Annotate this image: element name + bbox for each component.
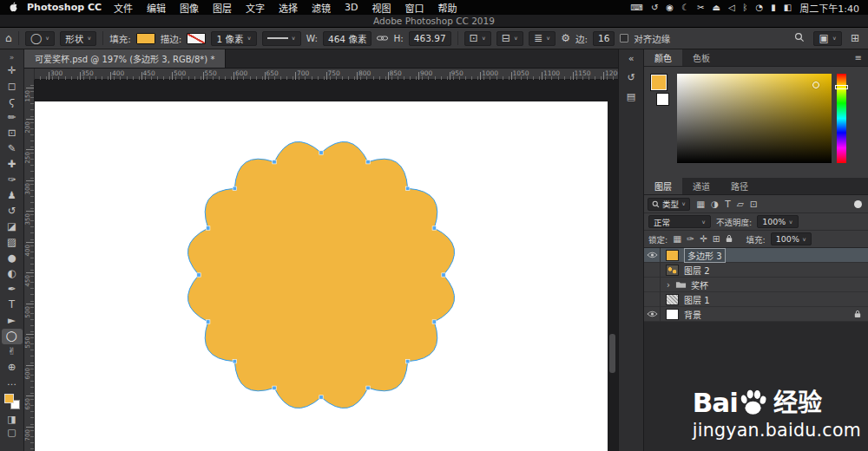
eject-icon[interactable]: ⏏	[712, 3, 720, 12]
anchor-point[interactable]	[442, 273, 445, 277]
eraser-tool[interactable]: ◪	[2, 219, 23, 235]
blur-tool[interactable]: ●	[2, 251, 23, 266]
tab-layers[interactable]: 图层	[644, 178, 682, 194]
tab-channels[interactable]: 通道	[682, 178, 720, 194]
tab-swatches[interactable]: 色板	[682, 49, 720, 66]
path-selection-tool[interactable]: ►	[2, 313, 23, 329]
layer-name[interactable]: 图层 2	[684, 264, 710, 277]
anchor-point[interactable]	[366, 160, 370, 164]
clone-stamp-tool[interactable]: ♟	[2, 188, 23, 204]
eyedropper-tool[interactable]: ✎	[2, 141, 23, 157]
fill-input[interactable]: 100% ∨	[771, 232, 812, 245]
panel-menu-icon[interactable]: ≡	[855, 53, 862, 62]
filter-type-layers-icon[interactable]: T	[725, 199, 730, 209]
keyboard-icon[interactable]: ⌨	[631, 3, 643, 12]
visibility-toggle[interactable]	[644, 278, 661, 292]
brush-tool[interactable]: ✑	[2, 173, 23, 188]
gradient-tool[interactable]: ▨	[2, 235, 23, 251]
sync-icon[interactable]: ↺	[651, 3, 658, 12]
wifi-icon[interactable]: ◔	[756, 3, 764, 12]
extras-icon[interactable]: ⊞	[851, 33, 859, 43]
shape-tool[interactable]: ◯	[2, 329, 23, 344]
lasso-tool[interactable]: ϛ	[2, 95, 23, 110]
move-tool[interactable]: ✛	[2, 63, 23, 79]
filter-shape-layers-icon[interactable]: ▱	[737, 199, 744, 209]
anchor-point[interactable]	[319, 151, 323, 154]
layer-row-group-trophy[interactable]: › 奖杯	[644, 278, 868, 292]
edit-toolbar-icon[interactable]: …	[7, 376, 16, 389]
hue-slider[interactable]	[837, 74, 846, 163]
saturation-brightness-field[interactable]	[677, 74, 832, 163]
anchor-point[interactable]	[366, 386, 370, 389]
foreground-color-swatch[interactable]	[651, 75, 667, 90]
shape-height-input[interactable]: 463.97	[409, 31, 451, 46]
home-icon[interactable]: ⌂	[5, 33, 12, 43]
menu-视图[interactable]: 视图	[365, 1, 398, 15]
visibility-toggle[interactable]	[644, 307, 661, 322]
menu-文件[interactable]: 文件	[107, 1, 140, 15]
sides-input[interactable]: 16	[593, 31, 615, 46]
anchor-point[interactable]	[233, 186, 236, 190]
anchor-point[interactable]	[273, 160, 276, 164]
battery-icon[interactable]: ▮	[771, 3, 776, 12]
history-brush-tool[interactable]: ↺	[2, 204, 23, 219]
menu-文字[interactable]: 文字	[239, 1, 272, 15]
shape-width-input[interactable]: 464 像素	[323, 31, 372, 46]
pen-tool[interactable]: ✒	[2, 282, 23, 297]
menu-帮助[interactable]: 帮助	[431, 1, 464, 15]
visibility-toggle[interactable]	[644, 292, 661, 307]
filter-pixel-layers-icon[interactable]: ▦	[696, 199, 705, 209]
anchor-point[interactable]	[319, 395, 323, 399]
blend-mode-dropdown[interactable]: 正常 ∨	[648, 215, 711, 228]
anchor-point[interactable]	[406, 186, 410, 190]
layer-row-background[interactable]: 背景	[644, 307, 868, 322]
healing-brush-tool[interactable]: ✚	[2, 157, 23, 173]
shape-settings-gear-icon[interactable]: ⚙	[561, 33, 570, 43]
stroke-width-input[interactable]: 1 像素 ∨	[211, 31, 256, 46]
menu-编辑[interactable]: 编辑	[140, 1, 173, 15]
color-selector-ring[interactable]	[812, 82, 819, 88]
menu-图层[interactable]: 图层	[206, 1, 239, 15]
menu-滤镜[interactable]: 滤镜	[305, 1, 338, 15]
anchor-point[interactable]	[197, 273, 201, 277]
workspace-dropdown[interactable]: ▣ ∨	[813, 31, 841, 46]
lock-all-icon[interactable]	[726, 234, 733, 245]
layer-filter-toggle[interactable]	[854, 200, 862, 208]
fill-color-swatch[interactable]	[136, 33, 155, 44]
polygon-shape-layer[interactable]	[174, 127, 469, 422]
lock-transparent-pixels-icon[interactable]: ▦	[673, 234, 681, 244]
stroke-color-swatch[interactable]	[187, 33, 206, 44]
polygon-shape-path[interactable]	[187, 141, 454, 408]
anchor-point[interactable]	[207, 226, 210, 230]
scissors-icon[interactable]: ✂	[697, 3, 704, 12]
tab-paths[interactable]: 路径	[720, 178, 759, 194]
zoom-tool[interactable]: ⊕	[2, 360, 23, 376]
anchor-point[interactable]	[406, 360, 410, 363]
dodge-tool[interactable]: ◐	[2, 266, 23, 282]
layer-thumbnail[interactable]	[666, 250, 679, 261]
search-icon[interactable]	[794, 32, 805, 44]
layer-name[interactable]: 奖杯	[691, 278, 708, 291]
camera-icon[interactable]: ◉	[666, 3, 674, 12]
horizontal-ruler[interactable]: 3003504004505005506006507007508008509009…	[35, 69, 618, 80]
lock-position-icon[interactable]: ✛	[700, 234, 707, 244]
bluetooth-icon[interactable]: ᛒ	[743, 3, 748, 12]
canvas-pasteboard[interactable]: 150200250300350400450500550600650700	[24, 80, 618, 451]
layer-row-layer-1[interactable]: 图层 1	[644, 292, 868, 307]
menu-选择[interactable]: 选择	[272, 1, 305, 15]
hand-tool[interactable]: ✌	[2, 344, 23, 360]
path-alignment-dropdown[interactable]: ⊟ ∨	[496, 31, 523, 46]
tool-mode-dropdown[interactable]: 形状 ∨	[60, 31, 96, 46]
type-tool[interactable]: T	[2, 297, 23, 313]
path-arrange-dropdown[interactable]: ≣ ∨	[529, 31, 556, 46]
layer-filter-type-dropdown[interactable]: 类型 ∨	[648, 198, 690, 211]
vertical-ruler[interactable]: 150200250300350400450500550600650700	[24, 80, 35, 451]
filter-adjustment-layers-icon[interactable]: ◑	[711, 199, 719, 209]
screen-mode-icon[interactable]: ▢	[7, 426, 16, 439]
properties-panel-icon[interactable]: ▤	[627, 92, 635, 101]
crop-tool[interactable]: ⊡	[2, 126, 23, 141]
active-app-name[interactable]: Photoshop CC	[27, 2, 102, 13]
visibility-toggle[interactable]	[644, 263, 661, 278]
group-disclosure-icon[interactable]: ›	[664, 280, 673, 290]
anchor-point[interactable]	[233, 360, 236, 363]
